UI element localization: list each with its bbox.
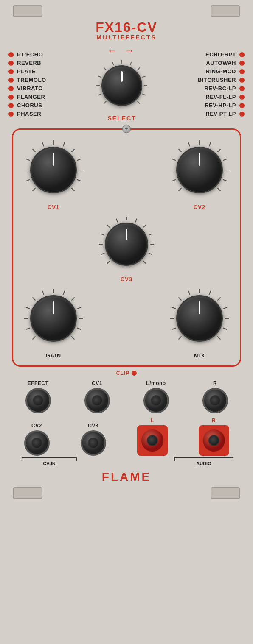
label-rev-hp-lp: REV-HP-LP xyxy=(205,102,236,109)
svg-line-63 xyxy=(77,328,81,329)
jack-effect-label: EFFECT xyxy=(28,380,49,386)
mix-label: MIX xyxy=(194,352,205,359)
svg-line-48 xyxy=(149,234,152,235)
effect-plate: PLATE xyxy=(8,68,46,75)
effect-autowah: AUTOWAH xyxy=(198,60,245,66)
panel: FX16-CV MULTIEFFECTS PT/ECHO REVERB PLAT… xyxy=(0,0,253,644)
gain-label: GAIN xyxy=(46,352,62,359)
mount-hole-top-left xyxy=(13,5,42,17)
jack-l-out-port[interactable] xyxy=(140,428,165,453)
svg-line-70 xyxy=(188,291,190,295)
svg-line-8 xyxy=(138,68,140,70)
effect-flanger: FLANGER xyxy=(8,94,46,100)
svg-line-34 xyxy=(217,149,220,152)
jack-effect-port[interactable] xyxy=(25,388,51,413)
jack-r-out-port[interactable] xyxy=(201,428,227,453)
mount-top xyxy=(0,0,253,17)
svg-line-18 xyxy=(42,142,44,146)
gain-knob-container[interactable] xyxy=(22,287,85,350)
effect-rev-bc-lp: REV-BC-LP xyxy=(198,85,245,92)
svg-line-59 xyxy=(63,291,65,295)
jack-cv1-port[interactable] xyxy=(84,388,110,413)
select-knob[interactable] xyxy=(101,65,142,106)
cv1-knob-container[interactable] xyxy=(22,138,85,202)
label-tremolo: TREMOLO xyxy=(17,77,46,83)
svg-line-37 xyxy=(223,179,227,181)
effect-ring-mod: RING-MOD xyxy=(198,68,245,75)
jack-lmono-label: L/mono xyxy=(146,380,166,386)
svg-line-52 xyxy=(33,336,36,339)
cv3-knob-container[interactable] xyxy=(97,215,156,274)
cvin-bracket-line xyxy=(22,457,77,461)
cv3-knob[interactable] xyxy=(105,223,148,266)
svg-line-11 xyxy=(142,94,145,95)
label-reverb: REVERB xyxy=(17,60,41,66)
led-rev-pt-lp xyxy=(239,112,245,117)
label-ring-mod: RING-MOD xyxy=(206,68,236,75)
cv2-knob[interactable] xyxy=(176,147,223,193)
cv2-label: CV2 xyxy=(194,204,205,210)
jack-lmono-port[interactable] xyxy=(143,388,169,413)
effect-phaser: PHASER xyxy=(8,111,46,117)
label-flanger: FLANGER xyxy=(17,94,45,100)
jack-r-in-port[interactable] xyxy=(202,388,228,413)
svg-line-46 xyxy=(135,219,137,222)
svg-line-77 xyxy=(217,336,220,339)
effect-reverb: REVERB xyxy=(8,60,46,66)
jack-l-out-label: L xyxy=(151,418,154,424)
effects-right: ECHO-RPT AUTOWAH RING-MOD BITCRUSHER REV… xyxy=(198,51,245,117)
svg-line-57 xyxy=(42,291,44,295)
svg-line-56 xyxy=(33,298,36,301)
svg-line-60 xyxy=(71,298,74,301)
mix-knob[interactable] xyxy=(176,295,223,342)
svg-line-44 xyxy=(116,219,118,222)
audio-bracket-line xyxy=(174,457,233,461)
mix-knob-container[interactable] xyxy=(168,287,231,350)
svg-line-4 xyxy=(104,68,107,70)
svg-line-7 xyxy=(130,62,132,65)
svg-line-17 xyxy=(33,149,36,152)
mount-bottom xyxy=(0,487,253,505)
label-pt-echo: PT/ECHO xyxy=(17,51,43,58)
svg-line-30 xyxy=(179,149,182,152)
jack-r-in: R xyxy=(202,380,228,413)
jacks-row2: CV2 CV3 L R xyxy=(0,413,253,456)
jack-cv3-label: CV3 xyxy=(88,423,98,429)
jack-cv3-port[interactable] xyxy=(81,430,106,456)
led-rev-bc-lp xyxy=(239,86,245,91)
svg-line-76 xyxy=(223,328,227,329)
cv1-knob[interactable] xyxy=(30,147,77,193)
bottom-annotations: CV-IN AUDIO xyxy=(0,456,253,466)
effect-echo-rpt: ECHO-RPT xyxy=(198,51,245,58)
svg-line-1 xyxy=(98,94,101,95)
cvin-label: CV-IN xyxy=(43,461,55,466)
cv2-knob-container[interactable] xyxy=(168,138,231,202)
label-phaser: PHASER xyxy=(17,111,41,117)
svg-line-73 xyxy=(217,298,220,301)
svg-line-3 xyxy=(98,76,101,78)
jacks-row1: EFFECT CV1 L/mono R xyxy=(0,376,253,413)
header: FX16-CV MULTIEFFECTS xyxy=(96,20,157,41)
select-knob-container[interactable] xyxy=(94,58,149,113)
gain-knob[interactable] xyxy=(30,295,77,342)
jack-l-out: L xyxy=(137,418,168,456)
effects-left: PT/ECHO REVERB PLATE TREMOLO VIBRATO FLA… xyxy=(8,51,46,117)
cv3-label: CV3 xyxy=(121,276,132,282)
svg-line-39 xyxy=(107,261,110,264)
label-echo-rpt: ECHO-RPT xyxy=(205,51,236,58)
effect-rev-pt-lp: REV-PT-LP xyxy=(198,111,245,117)
led-flanger xyxy=(8,95,14,100)
svg-line-29 xyxy=(172,159,176,161)
svg-line-22 xyxy=(77,159,81,161)
label-rev-pt-lp: REV-PT-LP xyxy=(205,111,236,117)
svg-line-31 xyxy=(188,142,190,146)
svg-line-35 xyxy=(223,159,227,161)
cv3-knob-group: CV3 xyxy=(97,215,156,282)
effect-bitcrusher: BITCRUSHER xyxy=(198,77,245,83)
effect-rev-fl-lp: REV-FL-LP xyxy=(198,94,245,100)
svg-line-16 xyxy=(26,159,30,161)
gain-knob-group: GAIN xyxy=(22,287,85,359)
svg-line-20 xyxy=(63,142,65,146)
jack-cv2-port[interactable] xyxy=(24,430,50,456)
label-rev-fl-lp: REV-FL-LP xyxy=(205,94,236,100)
